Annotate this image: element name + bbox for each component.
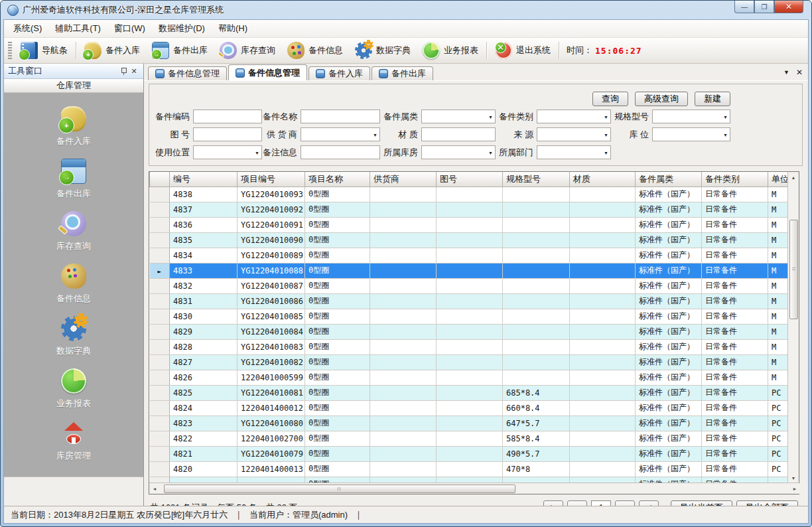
grid-cell[interactable]: 4837 xyxy=(170,202,237,217)
grid-column-header[interactable]: 规格型号 xyxy=(503,172,570,187)
grid-cell[interactable]: 标准件（国产） xyxy=(636,263,702,278)
grid-cell[interactable] xyxy=(437,232,503,248)
grid-cell[interactable]: 1220401000599 xyxy=(237,370,305,385)
grid-cell[interactable] xyxy=(570,232,636,248)
toolbar-button[interactable]: 备件入库 xyxy=(78,39,146,62)
grid-cell[interactable] xyxy=(503,187,570,202)
grid-cell[interactable]: 日常备件 xyxy=(702,370,768,385)
row-selector[interactable] xyxy=(150,400,170,415)
grid-column-header[interactable]: 图号 xyxy=(437,172,503,187)
grid-cell[interactable] xyxy=(503,293,570,309)
grid-cell[interactable] xyxy=(437,431,503,446)
grid-cell[interactable]: 日常备件 xyxy=(702,263,768,278)
grid-cell[interactable]: 490*5.7 xyxy=(503,446,570,461)
grid-cell[interactable]: 标准件（国产） xyxy=(636,202,702,217)
grid-cell[interactable]: 4832 xyxy=(170,278,237,293)
grid-cell[interactable]: 685*8.4 xyxy=(503,385,570,400)
grid-cell[interactable] xyxy=(370,187,437,202)
row-selector[interactable] xyxy=(150,385,170,400)
grid-cell[interactable]: 0型圈 xyxy=(305,415,370,431)
search-field-input[interactable] xyxy=(537,110,611,123)
sidebar-item[interactable]: 备件出库 xyxy=(56,159,91,200)
menu-item[interactable]: 窗口(W) xyxy=(107,20,152,37)
grid-cell[interactable]: PC xyxy=(768,400,789,415)
vertical-scrollbar[interactable]: ▲ ▼ xyxy=(787,172,799,483)
grid-cell[interactable]: 标准件（国产） xyxy=(636,293,702,309)
grid-cell[interactable]: 0型圈 xyxy=(305,309,370,324)
grid-cell[interactable] xyxy=(370,217,437,232)
grid-cell[interactable]: 日常备件 xyxy=(702,217,768,232)
grid-cell[interactable]: 标准件（国产） xyxy=(636,400,702,415)
table-row[interactable]: 4827YG122040100820型圈标准件（国产）日常备件M xyxy=(150,354,789,370)
toolbar-button[interactable]: 库存查询 xyxy=(214,39,281,62)
grid-cell[interactable] xyxy=(437,415,503,431)
toolbar-button[interactable]: 导航条 xyxy=(15,39,74,62)
grid-cell[interactable]: M xyxy=(768,339,789,354)
grid-cell[interactable]: 标准件（国产） xyxy=(636,309,702,324)
grid-cell[interactable] xyxy=(570,278,636,293)
grid-cell[interactable]: YG12204010082 xyxy=(237,354,305,370)
grid-cell[interactable]: M xyxy=(768,278,789,293)
grid-cell[interactable]: 日常备件 xyxy=(702,232,768,248)
grid-cell[interactable] xyxy=(570,263,636,278)
grid-cell[interactable] xyxy=(437,293,503,309)
grid-cell[interactable]: 0型圈 xyxy=(305,202,370,217)
grid-cell[interactable] xyxy=(370,324,437,339)
grid-cell[interactable]: 标准件（国产） xyxy=(636,324,702,339)
grid-cell[interactable]: M xyxy=(768,370,789,385)
toolbar-button[interactable]: 备件信息 xyxy=(281,39,349,62)
vertical-scroll-thumb[interactable] xyxy=(789,220,798,319)
grid-cell[interactable] xyxy=(570,431,636,446)
grid-cell[interactable] xyxy=(370,354,437,370)
grid-cell[interactable] xyxy=(503,354,570,370)
grid-column-header[interactable]: 备件属类 xyxy=(636,172,702,187)
row-selector[interactable] xyxy=(150,202,170,217)
grid-cell[interactable]: 日常备件 xyxy=(702,309,768,324)
grid-cell[interactable]: 日常备件 xyxy=(702,446,768,461)
table-row[interactable]: 4837YG122040100920型圈标准件（国产）日常备件M xyxy=(150,202,789,217)
grid-cell[interactable]: 0型圈 xyxy=(305,217,370,232)
row-selector[interactable] xyxy=(150,187,170,202)
search-field-input[interactable] xyxy=(301,110,380,123)
grid-cell[interactable]: 日常备件 xyxy=(702,187,768,202)
row-selector[interactable] xyxy=(150,461,170,477)
grid-cell[interactable]: M xyxy=(768,324,789,339)
grid-cell[interactable]: 660*8.4 xyxy=(503,400,570,415)
grid-cell[interactable]: 标准件（国产） xyxy=(636,339,702,354)
close-button[interactable]: ✕ xyxy=(774,1,803,13)
grid-cell[interactable] xyxy=(570,324,636,339)
grid-cell[interactable]: PC xyxy=(768,446,789,461)
row-selector[interactable] xyxy=(150,217,170,232)
toolbar-button[interactable]: 业务报表 xyxy=(417,39,484,62)
row-selector[interactable] xyxy=(150,293,170,309)
tab-list-dropdown-icon[interactable]: ▼ xyxy=(783,69,789,76)
grid-cell[interactable]: 标准件（国产） xyxy=(636,278,702,293)
grid-column-header[interactable]: 单位 xyxy=(768,172,789,187)
grid-cell[interactable]: 标准件（国产） xyxy=(636,415,702,431)
menu-item[interactable]: 系统(S) xyxy=(7,20,48,37)
grid-cell[interactable]: 日常备件 xyxy=(702,324,768,339)
toolbar-button[interactable]: 数据字典 xyxy=(349,39,417,62)
tab[interactable]: 备件信息管理 xyxy=(228,64,307,80)
grid-cell[interactable]: 0型圈 xyxy=(305,248,370,263)
maximize-button[interactable]: ❐ xyxy=(754,1,774,13)
grid-cell[interactable] xyxy=(503,324,570,339)
grid-cell[interactable]: 标准件（国产） xyxy=(636,187,702,202)
grid-cell[interactable]: 647*5.7 xyxy=(503,415,570,431)
grid-cell[interactable]: 标准件（国产） xyxy=(636,248,702,263)
sidebar-item[interactable]: 库存查询 xyxy=(56,211,91,252)
grid-cell[interactable]: 标准件（国产） xyxy=(636,217,702,232)
grid-cell[interactable]: 4834 xyxy=(170,248,237,263)
sidebar-item[interactable]: 库房管理 xyxy=(56,421,91,462)
menu-item[interactable]: 帮助(H) xyxy=(212,20,254,37)
table-row[interactable]: 4832YG122040100870型圈标准件（国产）日常备件M xyxy=(150,278,789,293)
table-row[interactable]: 4831YG122040100860型圈标准件（国产）日常备件M xyxy=(150,293,789,309)
grid-cell[interactable] xyxy=(570,400,636,415)
grid-cell[interactable]: M xyxy=(768,202,789,217)
grid-cell[interactable]: 4836 xyxy=(170,217,237,232)
grid-cell[interactable]: 0型圈 xyxy=(305,339,370,354)
grid-cell[interactable] xyxy=(570,415,636,431)
grid-column-header[interactable] xyxy=(150,172,170,187)
table-row[interactable]: 4834YG122040100890型圈标准件（国产）日常备件M xyxy=(150,248,789,263)
grid-cell[interactable]: M xyxy=(768,232,789,248)
